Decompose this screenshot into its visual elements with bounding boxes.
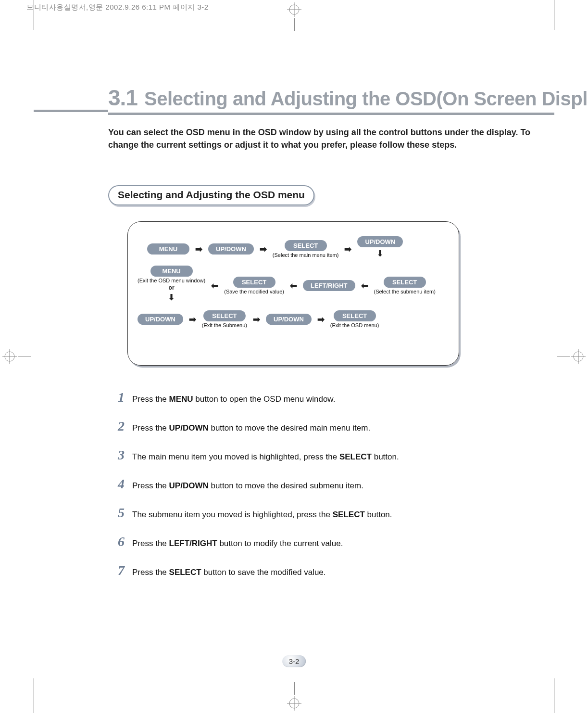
crop-tick-bottom: [294, 682, 295, 695]
step-item: 3 The main menu item you moved is highli…: [113, 447, 530, 463]
step-text: Press the LEFT/RIGHT button to modify th…: [132, 539, 343, 548]
arrow-left-icon: ⬅: [360, 280, 369, 291]
step-text: Press the MENU button to open the OSD me…: [132, 395, 335, 404]
page-number-badge: 3-2: [282, 655, 306, 667]
pill-select: SELECT: [285, 240, 327, 251]
arrow-right-icon: ➡: [316, 314, 325, 325]
steps-list: 1 Press the MENU button to open the OSD …: [113, 390, 530, 592]
crop-line: [34, 678, 34, 713]
title-rule: [34, 110, 108, 112]
step-text: Press the UP/DOWN button to move the des…: [132, 481, 363, 491]
step-text: The submenu item you moved is highlighte…: [132, 510, 392, 520]
caption: (Exit the OSD menu window): [138, 278, 205, 283]
pill-select: SELECT: [334, 310, 376, 321]
crop-line: [34, 0, 34, 30]
step-item: 6 Press the LEFT/RIGHT button to modify …: [113, 534, 530, 549]
pill-select: SELECT: [203, 310, 246, 321]
step-text: Press the UP/DOWN button to move the des…: [132, 423, 370, 433]
step-number: 6: [113, 534, 125, 549]
step-item: 5 The submenu item you moved is highligh…: [113, 505, 530, 521]
pill-select: SELECT: [233, 277, 275, 288]
section-title: 3.1Selecting and Adjusting the OSD(On Sc…: [34, 85, 554, 115]
register-mark-right: [571, 349, 586, 364]
crop-tick-left: [18, 356, 31, 357]
step-number: 7: [113, 563, 125, 578]
step-item: 2 Press the UP/DOWN button to move the d…: [113, 419, 530, 434]
caption: (Select the submenu item): [374, 289, 436, 294]
arrow-right-icon: ➡: [252, 314, 261, 325]
step-item: 7 Press the SELECT button to save the mo…: [113, 563, 530, 578]
arrow-left-icon: ⬅: [210, 280, 219, 291]
pill-updown: UP/DOWN: [208, 243, 254, 255]
caption: (Exit the OSD menu): [330, 322, 379, 328]
step-number: 5: [113, 505, 125, 521]
section-title-text: Selecting and Adjusting the OSD(On Scree…: [144, 88, 588, 109]
pill-leftright: LEFT/RIGHT: [303, 280, 355, 291]
pill-select: SELECT: [384, 277, 426, 288]
step-number: 4: [113, 476, 125, 492]
step-text: The main menu item you moved is highligh…: [132, 452, 399, 462]
flow-diagram: MENU ➡ UP/DOWN ➡ SELECT (Select the main…: [127, 221, 459, 366]
pill-menu: MENU: [150, 266, 193, 277]
register-mark-bottom: [287, 696, 301, 711]
intro-paragraph: You can select the OSD menu in the OSD w…: [108, 126, 540, 151]
arrow-right-icon: ➡: [188, 314, 197, 325]
subheading-pill: Selecting and Adjusting the OSD menu: [108, 185, 314, 205]
caption: (Select the main menu item): [273, 252, 339, 258]
crop-tick-top: [294, 18, 295, 31]
print-header-info: 모니터사용설명서,영문 2002.9.26 6:11 PM 페이지 3-2: [26, 3, 209, 12]
arrow-right-icon: ➡: [259, 244, 268, 255]
arrow-right-icon: ➡: [194, 244, 203, 255]
register-mark-left: [2, 349, 17, 364]
crop-line: [554, 678, 554, 713]
arrow-left-icon: ⬅: [289, 280, 298, 291]
step-number: 1: [113, 390, 125, 405]
step-item: 4 Press the UP/DOWN button to move the d…: [113, 476, 530, 492]
arrow-down-icon: ⬇: [168, 292, 175, 303]
caption: (Exit the Submenu): [202, 322, 247, 328]
step-number: 2: [113, 419, 125, 434]
section-number: 3.1: [108, 85, 138, 110]
register-mark-top: [287, 2, 301, 17]
pill-updown: UP/DOWN: [138, 314, 183, 325]
caption: (Save the modified value): [224, 289, 284, 294]
crop-line: [554, 0, 554, 30]
pill-updown: UP/DOWN: [266, 314, 312, 325]
pill-updown: UP/DOWN: [357, 236, 403, 247]
crop-tick-right: [557, 356, 570, 357]
or-label: or: [169, 284, 175, 291]
title-text: 3.1Selecting and Adjusting the OSD(On Sc…: [108, 85, 554, 115]
step-item: 1 Press the MENU button to open the OSD …: [113, 390, 530, 405]
pill-menu: MENU: [147, 243, 189, 255]
arrow-down-icon: ⬇: [376, 248, 384, 259]
step-number: 3: [113, 447, 125, 463]
step-text: Press the SELECT button to save the modi…: [132, 568, 326, 577]
arrow-right-icon: ➡: [343, 244, 352, 255]
